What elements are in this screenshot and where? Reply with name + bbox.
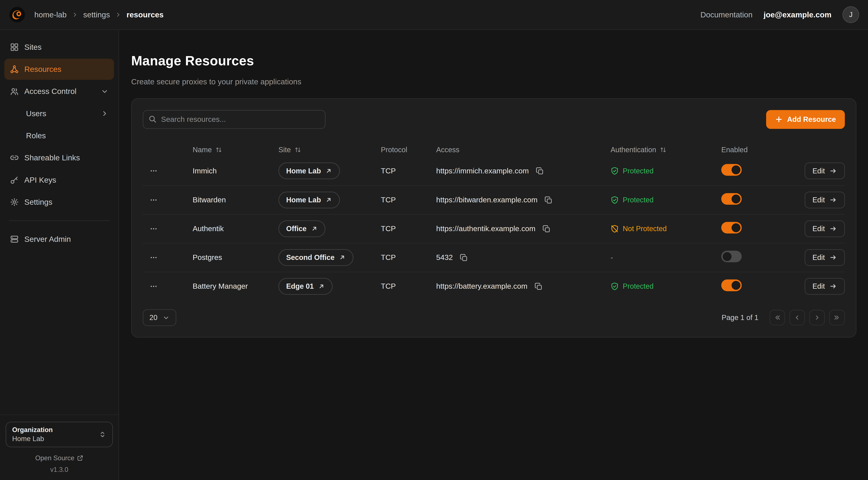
arrow-up-right-icon xyxy=(326,168,332,174)
sidebar-item-roles[interactable]: Roles xyxy=(4,125,114,146)
edit-button[interactable]: Edit xyxy=(805,249,845,266)
sidebar-item-users[interactable]: Users xyxy=(4,103,114,124)
shield-check-icon xyxy=(611,167,619,175)
copy-icon xyxy=(542,224,551,233)
protocol-label: TCP xyxy=(381,167,436,175)
protocol-label: TCP xyxy=(381,282,436,291)
copy-button[interactable] xyxy=(541,223,552,234)
external-link-icon xyxy=(77,455,83,461)
access-value: https://immich.example.com xyxy=(436,167,529,175)
copy-button[interactable] xyxy=(458,252,469,263)
organization-value: Home Lab xyxy=(12,435,53,443)
row-menu-button[interactable] xyxy=(147,280,160,293)
site-link-button[interactable]: Home Lab xyxy=(278,192,340,208)
sidebar-item-settings[interactable]: Settings xyxy=(4,191,114,212)
table-header: Name Site Protocol Access Authentication… xyxy=(143,143,845,156)
copy-icon xyxy=(544,196,552,204)
prev-page-button[interactable] xyxy=(789,310,805,325)
chevrons-right-icon xyxy=(833,314,841,322)
chevron-right-icon xyxy=(115,11,122,18)
table-row: ImmichHome LabTCPhttps://immich.example.… xyxy=(143,156,845,185)
chevron-right-icon xyxy=(813,314,821,322)
sidebar-item-server-admin[interactable]: Server Admin xyxy=(4,229,114,249)
sort-icon xyxy=(659,146,667,153)
resource-name: Immich xyxy=(193,167,278,175)
sort-icon xyxy=(215,146,222,153)
sidebar-item-resources[interactable]: Resources xyxy=(4,59,114,80)
enabled-toggle[interactable] xyxy=(721,251,742,262)
first-page-button[interactable] xyxy=(770,310,785,325)
documentation-link[interactable]: Documentation xyxy=(701,10,752,19)
edit-button[interactable]: Edit xyxy=(805,162,845,179)
sidebar-bottom: Organization Home Lab Open Source v1.3.0 xyxy=(0,415,119,480)
toggle-knob xyxy=(723,252,732,261)
ellipsis-icon xyxy=(150,196,158,204)
pangolin-logo-icon[interactable] xyxy=(9,6,26,23)
last-page-button[interactable] xyxy=(829,310,845,325)
main-content: Manage Resources Create secure proxies t… xyxy=(119,30,868,480)
site-link-button[interactable]: Second Office xyxy=(278,249,353,266)
copy-button[interactable] xyxy=(534,166,545,176)
site-link-button[interactable]: Edge 01 xyxy=(278,278,333,295)
chevrons-up-down-icon xyxy=(99,430,106,439)
table-row: PostgresSecond OfficeTCP5432-Edit xyxy=(143,243,845,272)
open-source-link[interactable]: Open Source xyxy=(6,454,113,462)
breadcrumb-settings[interactable]: settings xyxy=(83,10,110,19)
row-menu-button[interactable] xyxy=(147,251,160,264)
header-name[interactable]: Name xyxy=(193,146,278,154)
resources-card: Add Resource Name Site Protocol Access A… xyxy=(131,98,857,337)
chevron-left-icon xyxy=(793,314,801,322)
copy-button[interactable] xyxy=(543,195,554,205)
search-input[interactable] xyxy=(143,110,326,129)
header-access: Access xyxy=(436,146,611,154)
arrow-up-right-icon xyxy=(339,254,346,261)
sidebar-item-label: Users xyxy=(26,109,46,118)
site-link-button[interactable]: Home Lab xyxy=(278,162,340,179)
organization-selector[interactable]: Organization Home Lab xyxy=(6,422,113,447)
sidebar-item-label: Sites xyxy=(24,43,42,52)
auth-badge: Protected xyxy=(611,167,721,175)
auth-badge: Protected xyxy=(611,196,721,204)
add-resource-button[interactable]: Add Resource xyxy=(766,110,845,129)
enabled-toggle[interactable] xyxy=(721,222,742,234)
edit-button[interactable]: Edit xyxy=(805,220,845,237)
access-value: https://bitwarden.example.com xyxy=(436,196,537,204)
avatar[interactable]: J xyxy=(842,6,859,23)
enabled-toggle[interactable] xyxy=(721,193,742,205)
sidebar-item-label: Resources xyxy=(24,65,62,74)
sidebar-item-api-keys[interactable]: API Keys xyxy=(4,170,114,190)
next-page-button[interactable] xyxy=(809,310,825,325)
resources-icon xyxy=(10,65,19,74)
page-size-select[interactable]: 20 xyxy=(143,309,176,326)
user-email[interactable]: joe@example.com xyxy=(764,10,832,19)
protocol-label: TCP xyxy=(381,253,436,262)
sidebar-item-label: Server Admin xyxy=(24,235,71,244)
arrow-up-right-icon xyxy=(311,226,318,232)
site-link-button[interactable]: Office xyxy=(278,220,326,237)
ellipsis-icon xyxy=(150,224,158,233)
chevron-down-icon xyxy=(162,314,170,321)
sidebar-item-label: Settings xyxy=(24,198,53,207)
enabled-toggle[interactable] xyxy=(721,164,742,176)
header-authentication[interactable]: Authentication xyxy=(611,146,721,154)
shield-check-icon xyxy=(611,196,619,204)
sidebar-item-access-control[interactable]: Access Control xyxy=(4,81,114,102)
copy-icon xyxy=(534,282,542,291)
edit-button[interactable]: Edit xyxy=(805,192,845,208)
arrow-right-icon xyxy=(829,225,837,233)
access-value: https://battery.example.com xyxy=(436,282,527,291)
breadcrumb-home-lab[interactable]: home-lab xyxy=(34,10,67,19)
sidebar-item-shareable-links[interactable]: Shareable Links xyxy=(4,147,114,168)
row-menu-button[interactable] xyxy=(147,222,160,235)
sidebar-item-sites[interactable]: Sites xyxy=(4,36,114,58)
edit-button[interactable]: Edit xyxy=(805,278,845,295)
copy-button[interactable] xyxy=(533,281,544,292)
header-site[interactable]: Site xyxy=(278,146,381,154)
page-info: Page 1 of 1 xyxy=(722,313,758,322)
row-menu-button[interactable] xyxy=(147,193,160,206)
server-icon xyxy=(10,235,19,244)
sidebar-item-label: Access Control xyxy=(24,87,76,96)
row-menu-button[interactable] xyxy=(147,164,160,177)
enabled-toggle[interactable] xyxy=(721,279,742,291)
shield-off-icon xyxy=(611,224,619,233)
